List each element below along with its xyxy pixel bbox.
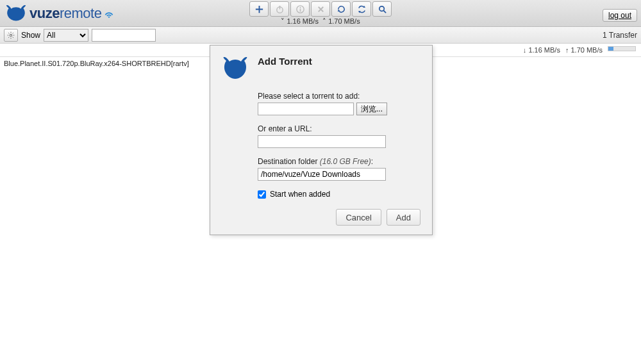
dest-label-suffix: : — [371, 157, 373, 166]
main-toolbar — [249, 1, 392, 17]
add-torrent-dialog: Add Torrent Please select a torrent to a… — [210, 45, 433, 235]
url-input[interactable] — [258, 135, 386, 148]
app-logo: vuzeremote — [0, 5, 114, 22]
dialog-frog-icon — [222, 56, 249, 81]
file-select-field: Please select a torrent to add: 浏览... — [258, 92, 420, 115]
add-torrent-button[interactable] — [249, 1, 269, 17]
gear-icon — [7, 31, 15, 39]
dest-label-prefix: Destination folder — [258, 157, 320, 166]
destination-field: Destination folder (16.0 GB Free): — [258, 157, 420, 181]
cancel-button[interactable]: Cancel — [336, 209, 381, 226]
settings-button[interactable] — [4, 29, 18, 42]
vuze-frog-icon — [5, 5, 27, 22]
start-when-added-checkbox[interactable] — [258, 190, 266, 199]
start-when-added-label: Start when added — [270, 190, 330, 199]
svg-rect-4 — [299, 8, 301, 12]
brand-text: vuzeremote — [29, 5, 101, 22]
header-speed-up: 1.70 MB/s — [328, 17, 360, 25]
chevron-up-icon: ˄ — [322, 17, 326, 25]
transfer-count: 1 Transfer — [603, 31, 637, 40]
logout-button[interactable]: log out — [603, 9, 637, 22]
search-button[interactable] — [372, 1, 392, 17]
dest-free-space: (16.0 GB Free) — [320, 157, 371, 166]
file-select-label: Please select a torrent to add: — [258, 92, 420, 101]
header-speed-down: 1.16 MB/s — [287, 17, 319, 25]
refresh-all-button[interactable] — [352, 1, 371, 17]
svg-point-5 — [299, 6, 301, 8]
summary-speed-down: ↓ 1.16 MB/s — [523, 46, 560, 54]
power-button[interactable] — [270, 1, 289, 17]
url-label: Or enter a URL: — [258, 124, 420, 133]
destination-input[interactable] — [258, 168, 386, 181]
show-label: Show — [21, 31, 40, 40]
add-button[interactable]: Add — [387, 209, 420, 226]
brand-main: vuze — [29, 5, 60, 21]
svg-rect-2 — [279, 5, 280, 9]
info-button[interactable] — [290, 1, 310, 17]
browse-button[interactable]: 浏览... — [356, 103, 387, 115]
filter-search-input[interactable] — [92, 29, 156, 42]
svg-point-7 — [10, 34, 12, 36]
filter-bar: Show All 1 Transfer — [0, 27, 641, 44]
url-field: Or enter a URL: — [258, 124, 420, 148]
refresh-one-button[interactable] — [331, 1, 351, 17]
wifi-icon — [104, 8, 114, 19]
destination-label: Destination folder (16.0 GB Free): — [258, 157, 420, 166]
brand-sub: remote — [60, 5, 101, 21]
show-filter-select[interactable]: All — [44, 29, 88, 42]
torrent-name: Blue.Planet.II.S01.720p.BluRay.x264-SHOR… — [4, 60, 189, 67]
header-speed-readout: ˅ 1.16 MB/s ˄ 1.70 MB/s — [281, 17, 360, 26]
file-path-input[interactable] — [258, 103, 354, 115]
summary-progress — [608, 46, 636, 51]
chevron-down-icon: ˅ — [281, 17, 285, 25]
dialog-title: Add Torrent — [258, 56, 312, 67]
remove-button[interactable] — [311, 1, 330, 17]
summary-speed-up: ↑ 1.70 MB/s — [565, 46, 603, 54]
svg-point-6 — [379, 6, 384, 11]
svg-point-0 — [108, 16, 110, 17]
header-bar: vuzeremote ˅ 1.16 MB/s ˄ 1.70 MB/s log o… — [0, 0, 641, 27]
